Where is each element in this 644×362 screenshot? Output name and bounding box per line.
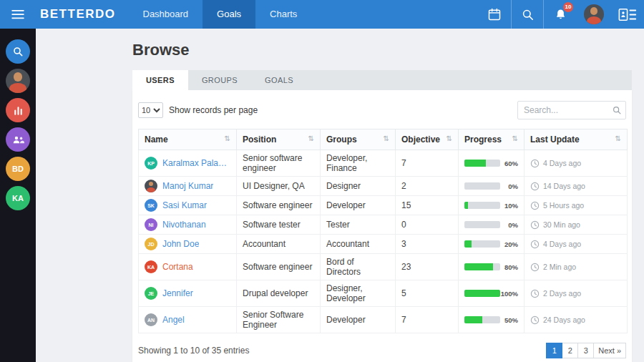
table-row[interactable]: KA Cortana Software engineer Bord of Dir…	[139, 254, 628, 280]
col-header-groups[interactable]: ⇅Groups	[321, 129, 396, 150]
search-icon	[612, 105, 622, 115]
col-header-objective[interactable]: ⇅Objective	[396, 129, 459, 150]
cell-objective: 5	[396, 280, 459, 307]
cell-groups: Bord of Directors	[321, 254, 396, 280]
cell-last-update: 5 Hours ago	[525, 196, 628, 215]
table-row[interactable]: KP Karalmax Palanimu... Senior software …	[139, 150, 628, 177]
table-controls: 10 Show records per page	[138, 101, 626, 119]
progress-bar	[464, 160, 500, 167]
progress-bar	[464, 290, 500, 297]
clock-icon	[530, 182, 540, 191]
sort-icon: ⇅	[308, 134, 314, 142]
sidebar-search-button[interactable]	[6, 39, 30, 64]
user-name-link[interactable]: Nivothanan	[162, 220, 206, 230]
cell-groups: Developer	[321, 307, 396, 333]
nav-item-goals[interactable]: Goals	[203, 0, 255, 29]
cell-progress: 20%	[459, 235, 525, 254]
page-button-3[interactable]: 3	[577, 343, 594, 358]
table-row[interactable]: Manoj Kumar UI Designer, QA Designer 2 0…	[139, 177, 628, 196]
row-avatar: AN	[145, 313, 157, 326]
row-avatar: KA	[145, 260, 157, 273]
brand-logo[interactable]: BETTERDO	[40, 7, 116, 21]
cell-progress: 10%	[459, 196, 525, 215]
tab-goals[interactable]: GOALS	[251, 70, 307, 90]
user-name-link[interactable]: Karalmax Palanimu...	[162, 158, 230, 168]
progress-bar	[464, 316, 500, 323]
cell-position: Senior Software Engineer	[237, 307, 321, 333]
per-page-select[interactable]: 10	[138, 102, 163, 118]
cell-last-update: 24 Days ago	[525, 307, 628, 333]
cell-position: Senior software engineer	[237, 150, 321, 177]
search-icon	[521, 8, 535, 21]
hamburger-menu-button[interactable]	[0, 0, 36, 29]
row-avatar: KP	[145, 157, 157, 170]
user-name-link[interactable]: Manoj Kumar	[162, 181, 213, 191]
progress-label: 50%	[504, 316, 518, 324]
table-header-row: ⇅Name ⇅Position ⇅Groups ⇅Objective ⇅Prog…	[139, 129, 628, 150]
user-name-link[interactable]: Cortana	[162, 262, 193, 272]
left-sidebar: BD KA	[0, 29, 36, 362]
tab-bar: USERS GROUPS GOALS	[132, 70, 632, 90]
page-button-2[interactable]: 2	[562, 343, 578, 358]
user-name-link[interactable]: Jennifer	[162, 288, 193, 298]
main-nav: Dashboard Goals Charts	[129, 0, 312, 29]
page-button-1[interactable]: 1	[546, 343, 562, 358]
sidebar-avatar-bd[interactable]: BD	[6, 157, 30, 181]
search-button[interactable]	[511, 0, 544, 29]
sidebar-charts-button[interactable]	[6, 98, 30, 122]
nav-item-dashboard[interactable]: Dashboard	[129, 0, 203, 29]
page-title: Browse	[132, 41, 632, 59]
user-name-link[interactable]: Angel	[162, 315, 185, 325]
tab-groups[interactable]: GROUPS	[188, 70, 251, 90]
user-name-link[interactable]: John Doe	[162, 239, 199, 249]
cell-name: AN Angel	[139, 307, 237, 333]
clock-icon	[530, 201, 540, 210]
col-header-last-update[interactable]: ⇅Last Update	[525, 129, 628, 150]
logout-menu-button[interactable]	[611, 0, 644, 29]
users-table: ⇅Name ⇅Position ⇅Groups ⇅Objective ⇅Prog…	[138, 129, 628, 333]
progress-bar	[464, 221, 500, 228]
user-name-link[interactable]: Sasi Kumar	[162, 200, 207, 210]
calendar-button[interactable]	[478, 0, 511, 29]
cell-groups: Tester	[321, 215, 396, 235]
user-avatar[interactable]	[584, 4, 604, 24]
sort-icon: ⇅	[384, 134, 389, 142]
cell-groups: Accountant	[321, 235, 396, 254]
cell-progress: 50%	[459, 307, 525, 333]
sidebar-user-avatar[interactable]	[6, 69, 30, 93]
col-header-name[interactable]: ⇅Name	[139, 129, 237, 150]
notification-badge: 10	[563, 2, 573, 12]
progress-fill	[464, 290, 500, 297]
cell-objective: 15	[396, 196, 459, 215]
table-row[interactable]: NI Nivothanan Software tester Tester 0 0…	[139, 215, 628, 235]
nav-item-charts[interactable]: Charts	[255, 0, 311, 29]
row-avatar	[145, 180, 157, 192]
clock-icon	[530, 289, 540, 298]
table-row[interactable]: JD John Doe Accountant Accountant 3 20% …	[139, 235, 628, 254]
last-update-text: 30 Min ago	[543, 220, 580, 229]
users-panel: 10 Show records per page ⇅Name ⇅Position…	[132, 90, 632, 362]
col-header-progress[interactable]: ⇅Progress	[459, 129, 525, 150]
col-header-position[interactable]: ⇅Position	[237, 129, 321, 150]
cell-groups: Designer	[321, 177, 396, 196]
sidebar-avatar-ka[interactable]: KA	[6, 186, 30, 210]
notifications-button[interactable]: 10	[544, 0, 577, 29]
progress-label: 60%	[504, 160, 518, 167]
table-row[interactable]: AN Angel Senior Software Engineer Develo…	[139, 307, 628, 333]
table-row[interactable]: JE Jennifer Drupal developer Designer, D…	[139, 280, 628, 307]
cell-progress: 80%	[459, 254, 525, 280]
tab-users[interactable]: USERS	[132, 70, 188, 90]
sidebar-groups-button[interactable]	[6, 127, 30, 152]
per-page-label: Show records per page	[169, 105, 258, 115]
last-update-text: 2 Days ago	[543, 289, 581, 298]
table-row[interactable]: SK Sasi Kumar Software engineer Develope…	[139, 196, 628, 215]
cell-objective: 0	[396, 215, 459, 235]
navbar-actions: 10	[478, 0, 644, 29]
cell-name: KA Cortana	[139, 254, 237, 280]
cell-groups: Developer, Finance	[321, 150, 396, 177]
cell-last-update: 2 Days ago	[525, 280, 628, 307]
next-page-button[interactable]: Next »	[593, 343, 626, 358]
progress-bar	[464, 182, 500, 190]
search-input[interactable]	[517, 101, 626, 119]
progress-fill	[464, 263, 493, 270]
